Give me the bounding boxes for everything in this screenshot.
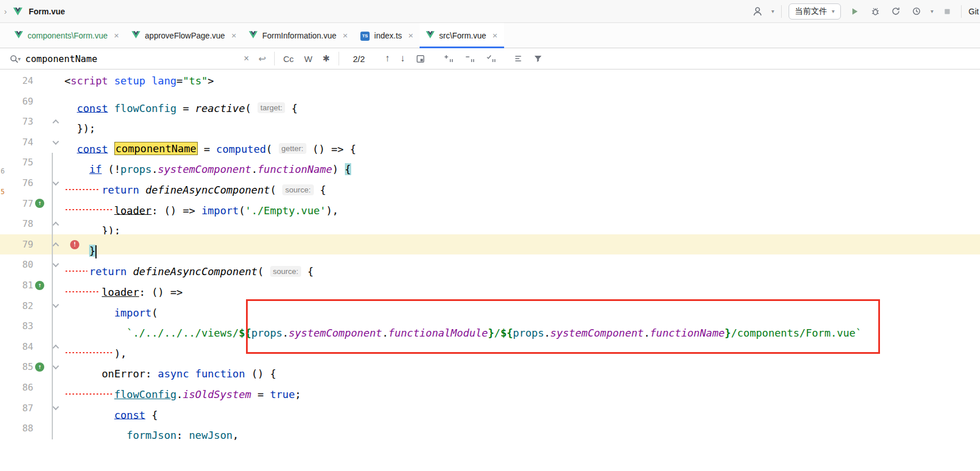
fold-marker-icon[interactable] <box>52 179 59 186</box>
select-all-occurrences-button[interactable] <box>486 54 497 63</box>
code-line[interactable]: 75if (!props.systemComponent.functionNam… <box>0 152 980 173</box>
line-number[interactable]: 86 <box>0 377 33 398</box>
fold-marker-icon[interactable] <box>52 363 59 369</box>
code-line[interactable]: 81↑loader: () => <box>0 275 980 296</box>
tab-close-icon[interactable]: × <box>493 30 498 40</box>
fold-marker-icon[interactable] <box>52 242 59 248</box>
line-number[interactable]: 80 <box>0 254 33 275</box>
code-line[interactable]: 85↑onError: async function () { <box>0 357 980 377</box>
tab-close-icon[interactable]: × <box>114 30 119 40</box>
fold-marker-icon[interactable] <box>52 302 59 308</box>
line-number[interactable]: 24 <box>0 71 33 91</box>
profiler-dropdown-chevron-icon[interactable]: ▾ <box>931 8 933 14</box>
fold-marker-icon[interactable] <box>52 344 59 350</box>
code-line[interactable]: 88formJson: newJson, <box>0 418 980 439</box>
code-text: ), <box>64 337 980 357</box>
user-dropdown-chevron-icon[interactable]: ▾ <box>771 8 774 14</box>
fold-slot <box>47 337 64 357</box>
code-line[interactable]: 83`./../../../views/${props.systemCompon… <box>0 316 980 337</box>
fold-marker-icon[interactable] <box>52 404 59 410</box>
insert-newline-icon[interactable]: ↩ <box>258 53 266 64</box>
code-text: }); <box>64 214 980 234</box>
fold-marker-icon[interactable] <box>52 119 59 126</box>
fold-slot <box>47 254 64 275</box>
line-number[interactable]: 85 <box>0 357 33 377</box>
regex-toggle[interactable]: ✱ <box>322 53 330 64</box>
match-case-toggle[interactable]: Cc <box>283 54 294 64</box>
whole-words-toggle[interactable]: W <box>304 54 312 64</box>
remove-occurrence-button[interactable] <box>464 54 475 63</box>
code-line[interactable]: 74const componentName = computed( getter… <box>0 132 980 153</box>
stop-button[interactable] <box>940 5 954 18</box>
code-line[interactable]: 76return defineAsyncComponent( source: { <box>0 173 980 194</box>
debug-button[interactable] <box>868 5 882 18</box>
fold-slot <box>47 357 64 377</box>
line-number[interactable]: 81 <box>0 275 33 296</box>
code-line[interactable]: 77↑loader: () => import('./Empty.vue'), <box>0 194 980 214</box>
code-line[interactable]: 86flowConfig.isOldSystem = true; <box>0 377 980 398</box>
line-number[interactable]: 87 <box>0 398 33 419</box>
tab-close-icon[interactable]: × <box>343 30 348 40</box>
line-number[interactable]: 78 <box>0 214 33 234</box>
line-number[interactable]: 75 <box>0 152 33 173</box>
tab-index-ts[interactable]: TSindex.ts× <box>354 23 420 48</box>
tab-label: approveFlowPage.vue <box>145 31 225 40</box>
fold-marker-icon[interactable] <box>52 138 59 144</box>
fold-marker-icon[interactable] <box>52 222 59 228</box>
tab-src-form-vue[interactable]: src\Form.vue× <box>420 23 504 48</box>
tab-components-form-vue[interactable]: components\Form.vue× <box>8 23 125 48</box>
tab-forminformation-vue[interactable]: FormInformation.vue× <box>243 23 354 48</box>
green-arrow-gutter-icon[interactable]: ↑ <box>35 281 44 290</box>
fold-slot <box>47 275 64 296</box>
line-number[interactable]: 83 <box>0 316 33 337</box>
code-line[interactable]: 24<script setup lang="ts"> <box>0 71 980 91</box>
line-number[interactable]: 84 <box>0 337 33 357</box>
gutter-change-marker <box>52 153 53 439</box>
filter-button[interactable] <box>533 54 543 63</box>
run-button[interactable] <box>848 5 862 18</box>
code-line[interactable]: 69const flowConfig = reactive( target: { <box>0 91 980 112</box>
run-with-coverage-button[interactable] <box>889 5 903 18</box>
line-number[interactable]: 79 <box>0 234 33 255</box>
code-text: return defineAsyncComponent( source: { <box>64 173 980 194</box>
code-line[interactable]: 84), <box>0 337 980 357</box>
line-number[interactable]: 82 <box>0 296 33 316</box>
add-occurrence-button[interactable] <box>443 54 454 63</box>
tab-close-icon[interactable]: × <box>408 30 413 40</box>
code-text: flowConfig.isOldSystem = true; <box>64 377 980 398</box>
run-configuration-selector[interactable]: 当前文件 ▾ <box>789 3 841 20</box>
search-display-options-button[interactable] <box>513 54 523 63</box>
code-line[interactable]: 78}); <box>0 214 980 234</box>
green-arrow-gutter-icon[interactable]: ↑ <box>35 199 44 208</box>
green-arrow-gutter-icon[interactable]: ↑ <box>35 362 44 372</box>
error-icon[interactable]: ! <box>70 240 79 249</box>
next-occurrence-button[interactable]: ↓ <box>400 53 405 64</box>
search-input[interactable]: componentName <box>25 53 239 64</box>
line-number[interactable]: 76 <box>0 173 33 194</box>
code-line[interactable]: 82import( <box>0 296 980 316</box>
search-history-chevron-icon[interactable]: ▾ <box>18 56 21 62</box>
open-in-find-window-button[interactable] <box>416 54 425 64</box>
git-widget[interactable]: Git <box>969 7 980 16</box>
tab-close-icon[interactable]: × <box>231 30 236 40</box>
code-line[interactable]: 80return defineAsyncComponent( source: { <box>0 254 980 275</box>
tab-approveflowpage-vue[interactable]: approveFlowPage.vue× <box>125 23 243 48</box>
code-line[interactable]: 87const { <box>0 398 980 419</box>
code-line[interactable]: 79!} <box>0 234 980 255</box>
line-number[interactable]: 69 <box>0 91 33 112</box>
user-account-icon[interactable] <box>751 5 764 18</box>
gutter-icon-slot <box>33 111 47 132</box>
fold-slot <box>47 234 64 255</box>
clear-search-icon[interactable]: × <box>244 53 249 64</box>
line-number[interactable]: 77 <box>0 194 33 214</box>
line-number[interactable]: 74 <box>0 132 33 153</box>
code-editor[interactable]: 24<script setup lang="ts">69const flowCo… <box>0 70 980 471</box>
line-number[interactable]: 88 <box>0 418 33 439</box>
line-number[interactable]: 73 <box>0 111 33 132</box>
code-text: const flowConfig = reactive( target: { <box>64 91 980 112</box>
code-line[interactable]: 73}); <box>0 111 980 132</box>
gutter-icon-slot <box>33 316 47 337</box>
profiler-button[interactable] <box>910 5 924 18</box>
fold-marker-icon[interactable] <box>52 261 59 267</box>
previous-occurrence-button[interactable]: ↑ <box>385 53 390 64</box>
